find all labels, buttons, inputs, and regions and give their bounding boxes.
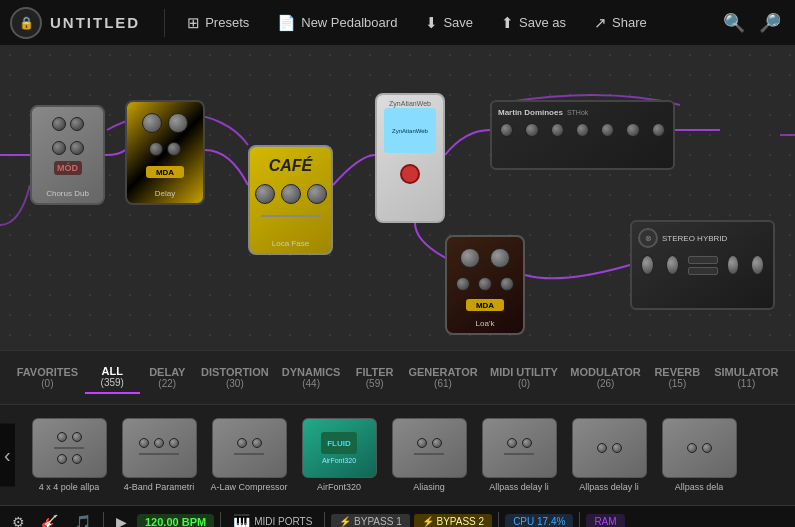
plugin-item[interactable]: Allpass delay li [568,418,650,492]
plugin-thumbnail [572,418,647,478]
category-dynamics[interactable]: DYNAMICS (44) [275,362,347,393]
knob[interactable] [478,277,492,291]
martin-sub-label: STHok [567,109,588,116]
martin-brand-label: Martin Dominoes [498,108,563,117]
presets-button[interactable]: ⊞ Presets [177,10,259,36]
pedalboard-canvas[interactable]: MÓD Chorus Dub MDA Delay CAFÉ [0,45,795,350]
pedal-stereo[interactable]: ⊗ STEREO HYBRID [630,220,775,310]
knob[interactable] [751,255,764,275]
categories-bar: FAVORITES (0) ALL (359) DELAY (22) DISTO… [0,350,795,405]
settings-icon-button[interactable]: 🎵 [68,512,97,528]
pedal-chorus[interactable]: MÓD Chorus Dub [30,105,105,205]
search-controls: 🔍 🔎 [719,8,785,38]
category-delay[interactable]: DELAY (22) [140,362,195,393]
knob[interactable] [652,123,665,137]
zynk-screen-text: ZynAtianWeb [392,128,428,134]
plugins-shelf: ‹ 4 x 4 pole allpa 4-Ban [0,405,795,505]
patch-icon-button[interactable]: 🎸 [35,512,64,528]
new-pedalboard-button[interactable]: 📄 New Pedalboard [267,10,407,36]
knob[interactable] [490,248,510,268]
knob[interactable] [52,141,66,155]
knob[interactable] [500,123,513,137]
knob[interactable] [666,255,679,275]
plugin-icon-button[interactable]: ⚙ [6,512,31,528]
pedal-cafe[interactable]: CAFÉ Loca Fase [248,145,333,255]
knob[interactable] [52,117,66,131]
knob[interactable] [168,113,188,133]
category-all[interactable]: ALL (359) [85,361,140,394]
ram-display: RAM [586,514,624,527]
bypass-icon: ⚡ [339,516,351,527]
status-divider-1 [103,512,104,528]
plugin-airfont[interactable]: FLUID AirFont320 AirFont320 [298,418,380,492]
category-filter[interactable]: FILTER (59) [347,362,402,393]
knob[interactable] [167,142,181,156]
plugin-thumbnail [482,418,557,478]
presets-icon: ⊞ [187,14,200,32]
plugin-item[interactable]: Allpass dela [658,418,740,492]
plugin-item[interactable]: 4-Band Parametri [118,418,200,492]
category-favorites[interactable]: FAVORITES (0) [10,362,85,393]
new-pedalboard-icon: 📄 [277,14,296,32]
pedal-chorus-label: Chorus Dub [46,189,89,198]
category-reverb[interactable]: REVERB (15) [647,362,708,393]
knob[interactable] [551,123,564,137]
knob[interactable] [70,141,84,155]
save-button[interactable]: ⬇ Save [415,10,483,36]
plugin-item[interactable]: Allpass delay li [478,418,560,492]
pedal-martin[interactable]: Martin Dominoes STHok [490,100,675,170]
knob[interactable] [525,123,538,137]
statusbar: ⚙ 🎸 🎵 ▶ 120.00 BPM 🎹 MIDI PORTS ⚡ BYPASS… [0,505,795,527]
category-distortion[interactable]: DISTORTION (30) [195,362,275,393]
bypass2-button[interactable]: ⚡ BYPASS 2 [414,514,492,527]
knob[interactable] [142,113,162,133]
plugin-thumbnail [32,418,107,478]
knob[interactable] [460,248,480,268]
knob[interactable] [70,117,84,131]
save-as-button[interactable]: ⬆ Save as [491,10,576,36]
cpu-display: CPU 17.4% [505,514,573,527]
category-generator[interactable]: GENERATOR (61) [402,362,484,393]
category-simulator[interactable]: SIMULATOR (11) [708,362,785,393]
bypass1-button[interactable]: ⚡ BYPASS 1 [331,514,409,527]
cafe-brand: CAFÉ [269,157,313,175]
category-modulator[interactable]: MODULATOR (26) [564,362,647,393]
play-icon: ▶ [116,514,127,528]
shelf-prev-button[interactable]: ‹ [0,424,15,487]
share-button[interactable]: ↗ Share [584,10,657,36]
app-logo[interactable]: 🔒 [10,7,42,39]
knob[interactable] [641,255,654,275]
plugin-item[interactable]: 4 x 4 pole allpa [28,418,110,492]
status-divider-2 [220,512,221,528]
patch-icon: 🎸 [41,514,58,528]
toolbar-separator-1 [164,9,165,37]
midi-icon: 🎹 [233,514,250,528]
knob[interactable] [255,184,275,204]
status-divider-5 [579,512,580,528]
zoom-out-icon[interactable]: 🔎 [755,8,785,38]
knob[interactable] [626,123,639,137]
midi-ports-button[interactable]: 🎹 MIDI PORTS [227,512,318,528]
pedal-delay[interactable]: MDA Delay [125,100,205,205]
plugin-thumbnail [392,418,467,478]
category-midi-utility[interactable]: MIDI UTILITY (0) [484,362,564,393]
knob[interactable] [307,184,327,204]
pedal-mxa[interactable]: MDA Loa'k [445,235,525,335]
lock-icon: 🔒 [19,16,34,30]
knob[interactable] [727,255,740,275]
knob[interactable] [576,123,589,137]
plugin-item[interactable]: Aliasing [388,418,470,492]
knob[interactable] [456,277,470,291]
bpm-display[interactable]: 120.00 BPM [137,514,214,528]
knob[interactable] [500,277,514,291]
zoom-in-icon[interactable]: 🔍 [719,8,749,38]
knob[interactable] [281,184,301,204]
plugin-thumbnail: FLUID AirFont320 [302,418,377,478]
status-divider-3 [324,512,325,528]
save-icon: ⬇ [425,14,438,32]
play-button[interactable]: ▶ [110,512,133,528]
pedal-zynk[interactable]: ZynAtianWeb ZynAtianWeb [375,93,445,223]
knob[interactable] [149,142,163,156]
knob[interactable] [601,123,614,137]
plugin-item[interactable]: A-Law Compressor [208,418,290,492]
